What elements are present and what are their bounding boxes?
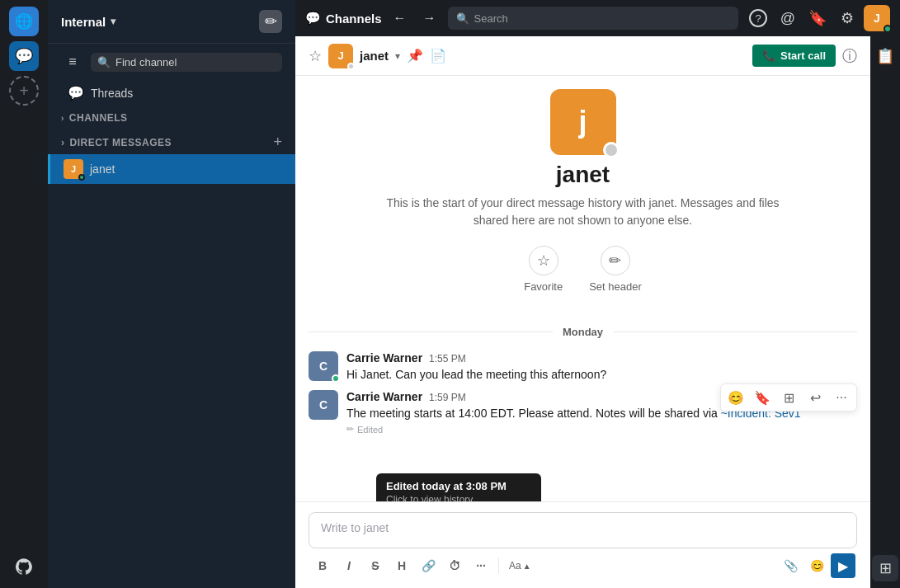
set-header-action[interactable]: ✏ Set header: [589, 246, 642, 293]
janet-dm-label: janet: [90, 162, 115, 176]
settings-button[interactable]: ⚙: [834, 5, 860, 31]
doc-icon[interactable]: 📄: [430, 48, 446, 64]
user-status-dot: [884, 25, 892, 33]
emoji-reaction-button[interactable]: 😊: [724, 386, 747, 409]
github-icon[interactable]: [9, 552, 39, 581]
start-call-label: Start call: [780, 49, 826, 62]
icon-bar: 🌐 💬 +: [0, 0, 48, 588]
janet-avatar: J: [64, 159, 83, 179]
message-text-1: Hi Janet. Can you lead the meeting this …: [346, 366, 857, 383]
recipient-chevron-icon[interactable]: ▾: [395, 50, 400, 62]
at-icon: @: [780, 10, 795, 27]
edited-icon: ✏: [346, 424, 354, 435]
filter-button[interactable]: ≡: [61, 50, 84, 73]
input-toolbar: B I S H 🔗 ⏱ ··· Aa ▲ 📎 😊 ▶: [309, 553, 857, 578]
emoji-button[interactable]: 😊: [804, 553, 829, 578]
right-panel-button[interactable]: 📋: [872, 43, 898, 69]
more-actions-button[interactable]: ···: [830, 386, 853, 409]
grid-view-button[interactable]: ⊞: [872, 555, 898, 581]
user-avatar[interactable]: J: [864, 5, 890, 31]
day-separator-line-left: [309, 332, 553, 332]
profile-actions: ☆ Favorite ✏ Set header: [524, 246, 642, 293]
message-actions: 😊 🔖 ⊞ ↩ ···: [720, 383, 857, 412]
aa-label: Aa: [509, 560, 521, 572]
search-icon: 🔍: [456, 12, 469, 25]
channels-section-label: CHANNELS: [69, 112, 128, 124]
italic-button[interactable]: I: [337, 553, 361, 578]
aa-chevron-icon: ▲: [523, 562, 531, 571]
message-avatar-carrie-1: C: [309, 351, 338, 381]
search-bar[interactable]: 🔍 Search: [448, 7, 738, 30]
sidebar-header: Internal ▾ ✏: [48, 0, 295, 44]
heading-button[interactable]: H: [389, 553, 414, 578]
find-channel-search-icon: 🔍: [97, 56, 111, 68]
timer-button[interactable]: ⏱: [442, 553, 467, 578]
set-header-action-label: Set header: [589, 280, 642, 293]
sidebar-item-threads[interactable]: 💬 Threads: [54, 80, 289, 106]
add-dm-button[interactable]: +: [273, 134, 282, 151]
profile-avatar-large: j: [550, 89, 616, 155]
workspace-icon[interactable]: 🌐: [9, 7, 39, 36]
chat-input-area: Write to janet B I S H 🔗 ⏱ ··· Aa ▲: [295, 501, 870, 588]
chat-recipient-name[interactable]: janet: [360, 49, 389, 63]
dm-section-header[interactable]: › DIRECT MESSAGES +: [48, 127, 295, 154]
dm-section-label: DIRECT MESSAGES: [70, 137, 172, 148]
reply-button[interactable]: ↩: [803, 386, 827, 409]
new-message-button[interactable]: ✏: [259, 10, 282, 33]
link-button[interactable]: 🔗: [416, 553, 441, 578]
start-call-button[interactable]: 📞 Start call: [752, 45, 836, 67]
favorite-action-label: Favorite: [524, 280, 563, 293]
set-header-action-icon: ✏: [601, 246, 630, 275]
dm-item-janet[interactable]: J janet: [48, 154, 295, 184]
back-button[interactable]: ←: [389, 7, 412, 30]
chat-messages[interactable]: j janet This is the start of your direct…: [295, 76, 870, 501]
bold-button[interactable]: B: [310, 553, 335, 578]
favorite-star-button[interactable]: ☆: [309, 47, 322, 65]
message-header-1: Carrie Warner 1:55 PM: [346, 351, 857, 365]
add-workspace-button[interactable]: +: [9, 76, 39, 106]
favorite-action-icon: ☆: [529, 246, 558, 275]
compose-icon: ✏: [265, 12, 277, 31]
top-bar: 💬 Channels ← → 🔍 Search ? @ 🔖 ⚙ J: [295, 0, 900, 36]
threads-label: Threads: [91, 87, 133, 100]
janet-status-dot: [78, 174, 85, 181]
favorite-action[interactable]: ☆ Favorite: [524, 246, 563, 293]
message-grid-button[interactable]: ⊞: [777, 386, 800, 409]
pin-icon[interactable]: 📌: [407, 48, 423, 64]
channels-chevron-icon: ›: [61, 114, 64, 123]
at-button[interactable]: @: [775, 5, 801, 31]
edited-label[interactable]: Edited: [357, 425, 383, 435]
info-button[interactable]: ⓘ: [842, 46, 857, 66]
tooltip-view-history[interactable]: Click to view history: [386, 494, 531, 501]
bookmark-message-button[interactable]: 🔖: [751, 386, 774, 409]
forward-button[interactable]: →: [418, 7, 441, 30]
dm-chevron-icon: ›: [61, 137, 65, 148]
chat-recipient-avatar[interactable]: J: [328, 44, 353, 68]
message-author-2[interactable]: Carrie Warner: [346, 390, 422, 403]
content-area: ☆ J janet ▾ 📌 📄 📞 Start call ⓘ: [295, 36, 900, 588]
find-channel-label: Find channel: [115, 56, 177, 68]
chat-header-left: ☆ J janet ▾ 📌 📄: [309, 44, 446, 68]
right-panel: 📋 ⊞: [870, 36, 900, 588]
text-style-button[interactable]: Aa ▲: [504, 557, 536, 575]
message-content-1: Carrie Warner 1:55 PM Hi Janet. Can you …: [346, 351, 857, 383]
bookmark-button[interactable]: 🔖: [804, 5, 831, 31]
message-author-1[interactable]: Carrie Warner: [346, 351, 422, 365]
attachment-button[interactable]: 📎: [778, 553, 803, 578]
table-row: C Carrie Warner 1:55 PM Hi Janet. Can yo…: [309, 351, 857, 383]
table-row: C Carrie Warner 1:59 PM The meeting star…: [309, 390, 857, 435]
workspace-name[interactable]: Internal ▾: [61, 15, 115, 29]
channels-section-header[interactable]: › CHANNELS: [48, 106, 295, 127]
message-input[interactable]: Write to janet: [309, 512, 857, 548]
right-panel-icon: 📋: [876, 47, 894, 65]
edit-tooltip: Edited today at 3:08 PM Click to view hi…: [376, 473, 541, 501]
search-placeholder: Search: [474, 12, 508, 25]
question-button[interactable]: ?: [745, 5, 771, 31]
send-button[interactable]: ▶: [831, 553, 855, 578]
find-channel-input[interactable]: 🔍 Find channel: [91, 53, 282, 72]
strikethrough-button[interactable]: S: [363, 553, 388, 578]
toolbar-separator: [498, 557, 499, 574]
dm-label: › DIRECT MESSAGES: [61, 137, 172, 148]
channels-icon[interactable]: 💬: [9, 41, 39, 71]
more-formatting-button[interactable]: ···: [469, 553, 493, 578]
